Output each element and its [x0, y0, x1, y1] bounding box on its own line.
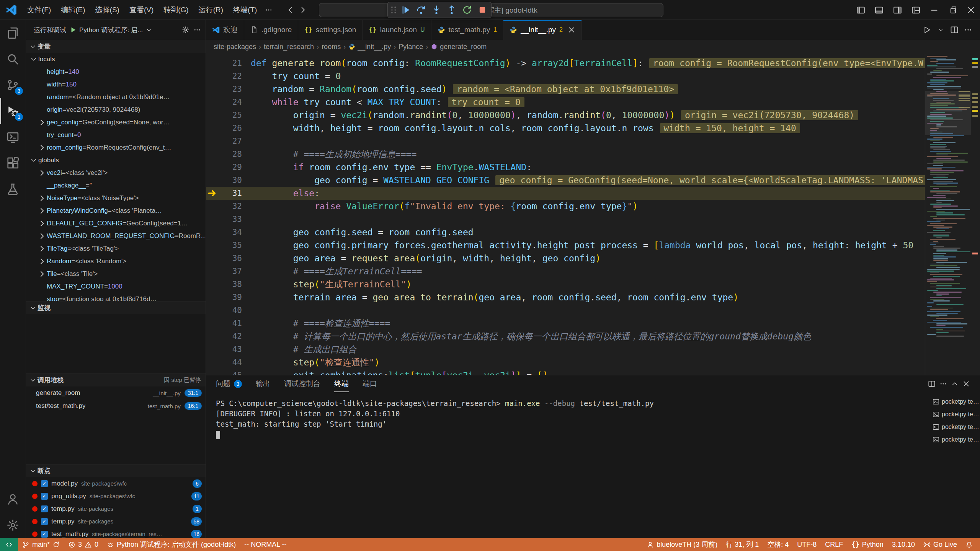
line-number[interactable]: 24	[220, 98, 242, 107]
drag-handle[interactable]	[389, 3, 398, 17]
panel-more-icon[interactable]	[939, 380, 947, 388]
activity-settings[interactable]	[0, 512, 26, 538]
checkbox-checked-icon[interactable]: ✓	[41, 480, 48, 487]
back-icon[interactable]	[286, 6, 295, 14]
breakpoints-section-header[interactable]: 断点	[26, 464, 206, 477]
terminal[interactable]: PS C:\computer_science\godot-ldtk\site-p…	[206, 392, 929, 538]
minimap[interactable]	[925, 54, 971, 375]
minimap-slider[interactable]	[925, 91, 971, 135]
status-python-version[interactable]: 3.10.10	[888, 538, 919, 551]
step-into-button[interactable]	[429, 3, 444, 17]
menu-item[interactable]: 转到(G)	[158, 5, 193, 15]
status-branch[interactable]: main*	[18, 538, 64, 551]
restart-button[interactable]	[460, 3, 474, 17]
panel-tab-端口[interactable]: 端口	[363, 375, 377, 392]
line-number[interactable]: 36	[220, 254, 242, 263]
variable-scope[interactable]: globals	[26, 154, 206, 166]
line-number[interactable]: 27	[220, 137, 242, 146]
menu-item[interactable]: 查看(V)	[124, 5, 158, 15]
status-language-mode[interactable]: {}Python	[847, 538, 888, 551]
activity-testing[interactable]	[0, 176, 26, 202]
callstack-section-header[interactable]: 调用堆栈 因 step 已暂停	[26, 373, 206, 386]
breadcrumb-item[interactable]: site-packages	[214, 43, 256, 51]
variable-row[interactable]: WASTELAND_ROOM_REQUEST_CONFIG = RoomR…	[26, 230, 206, 242]
tab-.gdignore[interactable]: .gdignore	[244, 20, 298, 40]
status-problems[interactable]: 30	[64, 538, 103, 551]
close-panel-icon[interactable]	[962, 380, 970, 388]
line-number[interactable]: 45	[220, 371, 242, 375]
menu-overflow-icon[interactable]	[262, 6, 276, 14]
stack-frame[interactable]: test/test_math.pytest_math.py16:1	[26, 399, 206, 412]
breadcrumb-item[interactable]: generate_room	[431, 43, 487, 51]
terminal-instance[interactable]: pocketpy te…	[929, 433, 980, 446]
line-number[interactable]: 44	[220, 358, 242, 367]
variable-row[interactable]: Random = <class 'Random'>	[26, 255, 206, 267]
run-dropdown-chevron-icon[interactable]	[934, 23, 947, 36]
variable-row[interactable]: height = 140	[26, 65, 206, 78]
status-indentation[interactable]: 空格: 4	[763, 538, 793, 551]
breadcrumb-item[interactable]: __init__.py	[348, 43, 391, 51]
variable-row[interactable]: try_count = 0	[26, 129, 206, 141]
stop-button[interactable]	[475, 3, 490, 17]
activity-extensions[interactable]	[0, 150, 26, 176]
status-remote-indicator[interactable]	[0, 538, 18, 551]
sidebar-more-icon[interactable]	[193, 26, 201, 34]
line-number[interactable]: 25	[220, 111, 242, 120]
code-editor[interactable]: 21def generate_room(room_config: RoomReq…	[206, 54, 925, 375]
activity-explorer[interactable]	[0, 20, 26, 46]
step-out-button[interactable]	[444, 3, 459, 17]
breakpoint-row[interactable]: ✓temp.pysite-packages58	[26, 515, 206, 528]
window-restore-icon[interactable]	[943, 0, 962, 20]
menu-item[interactable]: 运行(R)	[194, 5, 228, 15]
status-go-live[interactable]: Go Live	[919, 538, 961, 551]
line-number[interactable]: 37	[220, 267, 242, 276]
activity-source-control[interactable]: 3	[0, 72, 26, 98]
status-notifications[interactable]	[961, 538, 977, 551]
activity-accounts[interactable]	[0, 486, 26, 512]
line-number[interactable]: 33	[220, 215, 242, 224]
continue-button[interactable]	[399, 3, 413, 17]
tab-__init__.py[interactable]: __init__.py2	[503, 20, 582, 40]
variable-row[interactable]: geo_config = GeoConfig(seed=None, wor…	[26, 116, 206, 129]
toggle-secondary-sidebar-icon[interactable]	[888, 0, 906, 20]
panel-tab-终端[interactable]: 终端	[334, 375, 349, 392]
breadcrumb-item[interactable]: Pylance	[399, 43, 423, 51]
maximize-panel-icon[interactable]	[951, 380, 959, 388]
variable-scope[interactable]: locals	[26, 53, 206, 65]
variable-row[interactable]: NoiseType = <class 'NoiseType'>	[26, 192, 206, 204]
variable-row[interactable]: width = 150	[26, 78, 206, 91]
menu-item[interactable]: 文件(F)	[22, 5, 56, 15]
close-icon[interactable]	[568, 26, 575, 34]
start-debug-icon[interactable]	[70, 26, 77, 33]
line-number[interactable]: 40	[220, 306, 242, 315]
step-over-button[interactable]	[414, 3, 428, 17]
breakpoint-row[interactable]: ✓model.pysite-packages\wfc6	[26, 477, 206, 490]
terminal-instance[interactable]: pocketpy te…	[929, 408, 980, 421]
status-vim-mode[interactable]: -- NORMAL --	[240, 538, 291, 551]
variable-row[interactable]: MAX_TRY_COUNT = 1000	[26, 280, 206, 293]
toggle-panel-icon[interactable]	[870, 0, 888, 20]
breadcrumb-item[interactable]: terrain_research	[264, 43, 314, 51]
line-number[interactable]: 35	[220, 241, 242, 250]
activity-run-and-debug[interactable]: 1	[0, 98, 26, 124]
line-number[interactable]: 30	[220, 176, 242, 185]
watch-section-header[interactable]: 监视	[26, 301, 206, 314]
line-number[interactable]: 28	[220, 150, 242, 159]
checkbox-checked-icon[interactable]: ✓	[41, 505, 48, 512]
terminal-instance[interactable]: pocketpy te…	[929, 421, 980, 433]
menu-item[interactable]: 编辑(E)	[56, 5, 90, 15]
activity-remote-explorer[interactable]	[0, 124, 26, 150]
status-encoding[interactable]: UTF-8	[793, 538, 821, 551]
window-close-icon[interactable]	[962, 0, 980, 20]
menu-item[interactable]: 选择(S)	[90, 5, 124, 15]
variable-row[interactable]: TileTag = <class 'TileTag'>	[26, 242, 206, 255]
debug-settings-gear-icon[interactable]	[182, 26, 189, 34]
breakpoint-row[interactable]: ✓temp.pysite-packages1	[26, 502, 206, 515]
split-terminal-icon[interactable]	[928, 380, 936, 388]
line-number[interactable]: 21	[220, 59, 242, 68]
variable-row[interactable]: vec2i = <class 'vec2i'>	[26, 166, 206, 179]
activity-search[interactable]	[0, 46, 26, 72]
line-number[interactable]: 34	[220, 228, 242, 237]
line-number[interactable]: 42	[220, 332, 242, 341]
panel-tab-调试控制台[interactable]: 调试控制台	[284, 375, 320, 392]
